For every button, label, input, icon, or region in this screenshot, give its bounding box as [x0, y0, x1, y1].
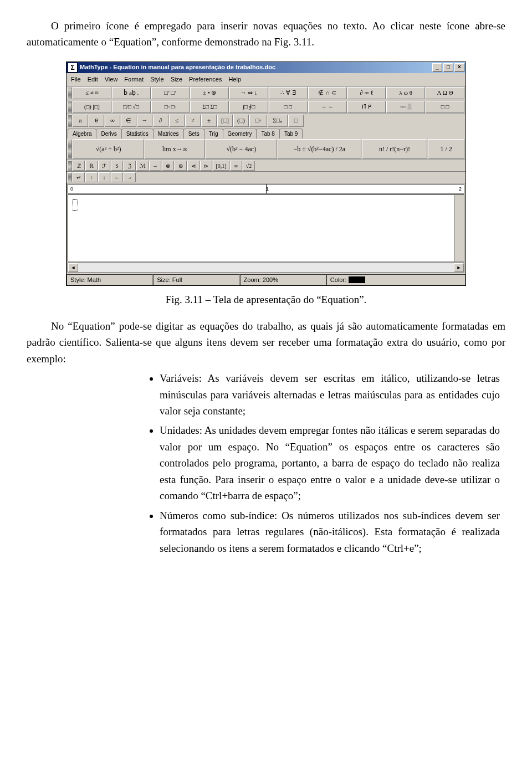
expr-limit[interactable]: lim x→∞	[145, 139, 204, 159]
palette-boxes[interactable]: □ □	[426, 101, 464, 113]
palette-products[interactable]: Π̈ Ṕ	[347, 101, 386, 113]
sym-infty2[interactable]: ∞	[230, 161, 242, 171]
sym-infinity[interactable]: ∞	[105, 115, 120, 127]
template-palette-row-2[interactable]: (□) [□] □/□ √□ □▫ □▫ Σ□ Σ□ ∫□ ∮□ □ □ → ←…	[66, 100, 466, 114]
expr-binomial[interactable]: n! / r!(n−r)!	[362, 139, 428, 159]
palette-calc[interactable]: ∂ ∞ ℓ	[347, 87, 386, 99]
sym-oplus[interactable]: ⊕	[175, 161, 187, 171]
palette-greek-upper[interactable]: Λ Ω Θ	[426, 87, 464, 99]
palette-accents[interactable]: ḃ aḅ .	[112, 87, 151, 99]
color-swatch[interactable]	[349, 276, 365, 283]
scroll-left-icon[interactable]: ◄	[68, 263, 78, 272]
toolbar-grip[interactable]	[68, 101, 72, 113]
palette-arrows[interactable]: → ⇔ ↓	[229, 87, 268, 99]
expr-half[interactable]: 1 / 2	[428, 139, 464, 159]
sym-interval[interactable]: [0,1]	[213, 161, 229, 171]
menu-preferences[interactable]: Preferences	[189, 75, 222, 84]
sym-leq[interactable]: ≤	[169, 115, 185, 127]
tab-8[interactable]: Tab 8	[256, 129, 279, 139]
sym-sqrt2[interactable]: √2	[243, 161, 255, 171]
menu-edit[interactable]: Edit	[88, 75, 98, 84]
sym-F[interactable]: ℱ	[98, 161, 110, 171]
window-titlebar[interactable]: Σ MathType - Equation in manual para apr…	[66, 62, 466, 73]
tab-algebra[interactable]: Algebra	[68, 129, 96, 139]
menu-style[interactable]: Style	[150, 75, 163, 84]
sym-rightarrow[interactable]: →	[137, 115, 152, 127]
menu-help[interactable]: Help	[228, 75, 241, 84]
palette-primes[interactable]: □’ □’	[151, 87, 190, 99]
palette-bars[interactable]: □ □	[269, 101, 308, 113]
sym-partial[interactable]: ∂	[153, 115, 168, 127]
tab-sets[interactable]: Sets	[183, 129, 204, 139]
expr-discriminant[interactable]: √(b² − 4ac)	[206, 139, 277, 159]
mathtype-window[interactable]: Σ MathType - Equation in manual para apr…	[66, 61, 466, 286]
sym-arrow[interactable]: →	[149, 161, 161, 171]
expr-sqrt-a2b2[interactable]: √(a² + b²)	[73, 139, 144, 159]
ruler[interactable]: 0 1 2	[68, 184, 464, 194]
equation-editor-area[interactable]	[68, 194, 464, 262]
toolbar-grip[interactable]	[68, 172, 72, 182]
sym-pm[interactable]: ±	[201, 115, 217, 127]
palette-relations[interactable]: ≤ ≠ ≈	[73, 87, 111, 99]
palette-fences[interactable]: (□) [□]	[73, 101, 111, 113]
sym-box[interactable]: □	[288, 115, 304, 127]
vertical-scrollbar[interactable]	[454, 195, 464, 262]
toolbar-grip[interactable]	[68, 161, 72, 171]
quick-symbol-row[interactable]: π θ ∞ ∈ → ∂ ≤ ≠ ± [□] (□) □▫ Σ□ₒ □	[66, 114, 466, 127]
menu-size[interactable]: Size	[171, 75, 182, 84]
menu-view[interactable]: View	[105, 75, 118, 84]
menu-file[interactable]: File	[71, 75, 81, 84]
btn-return[interactable]: ↵	[73, 172, 85, 182]
palette-greek-lower[interactable]: λ ω θ	[386, 87, 425, 99]
tab-matrices[interactable]: Matrices	[153, 129, 184, 139]
arrow-toolbar[interactable]: ↵ ↑ ↓ ← →	[66, 172, 466, 183]
toolbar-grip[interactable]	[68, 115, 72, 127]
tab-trig[interactable]: Trig	[204, 129, 223, 139]
palette-frac-root[interactable]: □/□ √□	[112, 101, 151, 113]
symbol-palette-row-1[interactable]: ≤ ≠ ≈ ḃ aḅ . □’ □’ ± • ⊗ → ⇔ ↓ ∴ ∀ ∃ ∉ ∩…	[66, 86, 466, 100]
palette-logic[interactable]: ∴ ∀ ∃	[269, 87, 308, 99]
btn-up[interactable]: ↑	[85, 172, 98, 182]
sym-parens[interactable]: (□)	[233, 115, 249, 127]
sym-frakZ[interactable]: ℨ	[124, 161, 136, 171]
sym-elementof[interactable]: ∈	[121, 115, 136, 127]
sym-pi[interactable]: π	[73, 115, 88, 127]
palette-sum[interactable]: Σ□ Σ□	[190, 101, 229, 113]
menu-format[interactable]: Format	[124, 75, 144, 84]
palette-subsup[interactable]: □▫ □▫	[151, 101, 190, 113]
toolbar-grip[interactable]	[68, 87, 72, 99]
minimize-button[interactable]: _	[432, 63, 442, 72]
palette-integral[interactable]: ∫□ ∮□	[229, 101, 268, 113]
expression-gallery[interactable]: √(a² + b²) lim x→∞ √(b² − 4ac) −b ± √(b²…	[66, 139, 466, 160]
mini-symbol-row[interactable]: ℤ ℝ ℱ S ℨ ℳ → ⊗ ⊕ ⊲ ⊳ [0,1] ∞ √2	[66, 160, 466, 172]
maximize-button[interactable]: □	[443, 63, 453, 72]
scroll-track[interactable]	[78, 263, 454, 272]
sym-R[interactable]: ℝ	[85, 161, 98, 171]
sym-otimes[interactable]: ⊗	[162, 161, 174, 171]
sym-sum-limits[interactable]: Σ□ₒ	[268, 115, 288, 127]
close-button[interactable]: ×	[454, 63, 464, 72]
tab-9[interactable]: Tab 9	[279, 129, 303, 139]
sym-subsup[interactable]: □▫	[249, 115, 267, 127]
palette-operators[interactable]: ± • ⊗	[190, 87, 229, 99]
toolbar-tabs[interactable]: Algebra Derivs Statistics Matrices Sets …	[66, 127, 466, 139]
tab-statistics[interactable]: Statistics	[121, 129, 154, 139]
sym-scriptM[interactable]: ℳ	[136, 161, 149, 171]
btn-down[interactable]: ↓	[98, 172, 110, 182]
btn-right[interactable]: →	[124, 172, 136, 182]
sym-rtri[interactable]: ⊳	[200, 161, 212, 171]
palette-labeled-arrows[interactable]: → ←	[308, 101, 347, 113]
scroll-right-icon[interactable]: ►	[454, 263, 464, 272]
palette-set[interactable]: ∉ ∩ ⊂	[308, 87, 347, 99]
expr-quadratic[interactable]: −b ± √(b²−4ac) / 2a	[278, 139, 361, 159]
menu-bar[interactable]: File Edit View Format Style Size Prefere…	[66, 73, 466, 86]
horizontal-scrollbar[interactable]: ◄ ►	[68, 263, 464, 273]
toolbar-grip[interactable]	[68, 139, 72, 159]
empty-equation-slot[interactable]	[73, 199, 78, 211]
sym-theta[interactable]: θ	[89, 115, 104, 127]
sym-Z[interactable]: ℤ	[73, 161, 85, 171]
sym-brackets[interactable]: [□]	[217, 115, 233, 127]
tab-geometry[interactable]: Geometry	[223, 129, 257, 139]
sym-S[interactable]: S	[111, 161, 123, 171]
palette-matrix[interactable]: ▫▫▫ ░	[386, 101, 425, 113]
